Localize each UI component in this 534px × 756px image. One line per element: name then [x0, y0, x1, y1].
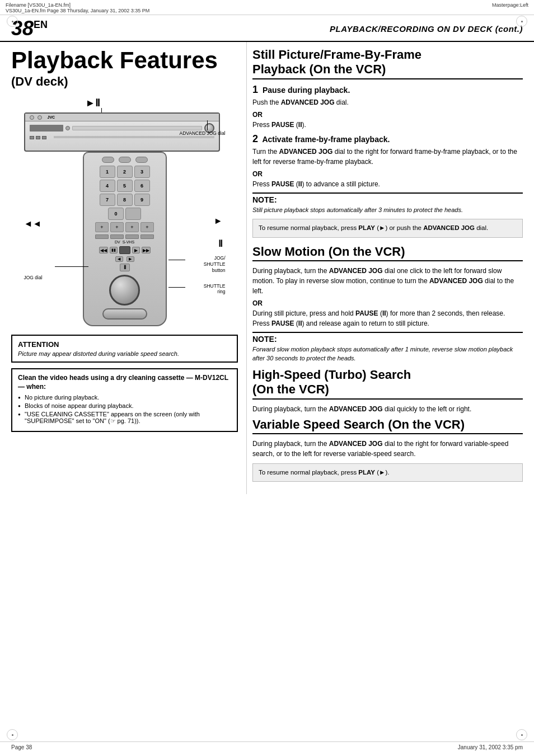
section1-title: Still Picture/Frame-By-FramePlayback (On…: [252, 48, 523, 79]
section3-body: During playback, turn the ADVANCED JOG d…: [252, 404, 523, 414]
footer-right: January 31, 2002 3:35 pm: [458, 744, 523, 750]
note2-label: NOTE:: [252, 332, 523, 344]
step1-body: Push the ADVANCED JOG dial.: [252, 97, 523, 107]
main-content: Playback Features (DV deck) ►Ⅱ JVC: [0, 42, 534, 494]
section2-body2: During still picture, press and hold PAU…: [252, 308, 523, 328]
shuttle-ring-label: SHUTTLEring: [204, 283, 226, 294]
jog-dial-line: [55, 266, 88, 267]
play-pause-symbol: ►Ⅱ: [86, 97, 101, 109]
clean-cassette-box: Clean the video heads using a dry cleani…: [11, 368, 238, 432]
reg-mark-bl: [7, 729, 18, 740]
resume-box: To resume normal playback, press PLAY (►…: [252, 463, 523, 482]
reg-mark-tr: [516, 16, 527, 27]
page-subtitle: (DV deck): [11, 74, 238, 89]
page-title: Playback Features: [11, 48, 238, 73]
attention-box: ATTENTION Picture may appear distorted d…: [11, 335, 238, 363]
step2-heading: 2 Activate frame-by-frame playback.: [252, 133, 523, 145]
section4-title: Variable Speed Search (On the VCR): [252, 417, 523, 434]
clean-cassette-title: Clean the video heads using a dry cleani…: [18, 374, 231, 391]
section4-body: During playback, turn the ADVANCED JOG d…: [252, 439, 523, 459]
remote-illustration-area: ◄◄ JOG dial ► Ⅱ JOG/SHUTTLEbutton SHUTTL…: [24, 152, 226, 326]
top-meta-bar: Filename [VS30U_1a-EN.fm] VS30U_1a-EN.fm…: [0, 0, 534, 15]
play-symbol-remote: ►: [214, 216, 223, 226]
clean-list-item: "USE CLEANING CASSETTE" appears on the s…: [18, 411, 231, 425]
step1-heading: 1 Pause during playback.: [252, 84, 523, 96]
step1: 1 Pause during playback. Push the ADVANC…: [252, 84, 523, 130]
section2-body1: During playback, turn the ADVANCED JOG d…: [252, 266, 523, 296]
note1-label: NOTE:: [252, 192, 523, 204]
clean-list-item: Blocks of noise appear during playback.: [18, 402, 231, 409]
jog-shuttle-label: JOG/SHUTTLEbutton: [204, 255, 226, 274]
attention-text: Picture may appear distorted during vari…: [18, 350, 231, 357]
rewind-symbol: ◄◄: [24, 219, 42, 229]
clean-cassette-list: No picture during playback. Blocks of no…: [18, 394, 231, 425]
jog-shuttle-line: [168, 260, 185, 260]
remote-body: 1 2 3 4 5 6 7 8 9 0 + +: [83, 152, 167, 326]
page-footer: Page 38 January 31, 2002 3:35 pm: [0, 741, 534, 750]
clean-list-item: No picture during playback.: [18, 394, 231, 401]
filename-label: Filename [VS30U_1a-EN.fm]: [6, 2, 149, 8]
step1-body2: Press PAUSE (II).: [252, 120, 523, 130]
vcr-device-area: ►Ⅱ JVC: [18, 96, 231, 146]
note2-text: Forward slow motion playback stops autom…: [252, 345, 523, 363]
pause-symbol-remote: Ⅱ: [218, 238, 223, 249]
left-column: Playback Features (DV deck) ►Ⅱ JVC: [0, 42, 246, 494]
masterpage-label: Masterpage:Left: [492, 2, 528, 8]
right-column: Still Picture/Frame-By-FramePlayback (On…: [246, 42, 534, 494]
step1-or: OR: [252, 111, 523, 119]
jog-dial-label: JOG dial: [24, 275, 43, 280]
header-title: PLAYBACK/RECORDING ON DV DECK (cont.): [330, 24, 523, 34]
info-box1: To resume normal playback, press PLAY (►…: [252, 219, 523, 237]
shuttle-ring-line: [168, 287, 185, 288]
reg-mark-br: [516, 729, 527, 740]
section2-title: Slow Motion (On the VCR): [252, 245, 523, 261]
jog-label-line: [207, 120, 208, 130]
datestamp-label: VS30U_1a-EN.fm Page 38 Thursday, January…: [6, 8, 149, 13]
note1-text: Still picture playback stops automatical…: [252, 205, 523, 215]
step2-body: Turn the ADVANCED JOG dial to the right …: [252, 147, 523, 167]
page-header: 38EN PLAYBACK/RECORDING ON DV DECK (cont…: [0, 15, 534, 42]
footer-left: Page 38: [11, 744, 32, 750]
attention-title: ATTENTION: [18, 340, 231, 349]
section3-title: High-Speed (Turbo) Search(On the VCR): [252, 368, 523, 400]
advanced-jog-label: ADVANCED JOG dial: [179, 130, 225, 136]
step2-body2: Press PAUSE (II) to advance a still pict…: [252, 179, 523, 189]
step2: 2 Activate frame-by-frame playback. Turn…: [252, 133, 523, 189]
step2-or: OR: [252, 170, 523, 178]
reg-mark-tl: [7, 16, 18, 27]
section2-or: OR: [252, 299, 523, 307]
